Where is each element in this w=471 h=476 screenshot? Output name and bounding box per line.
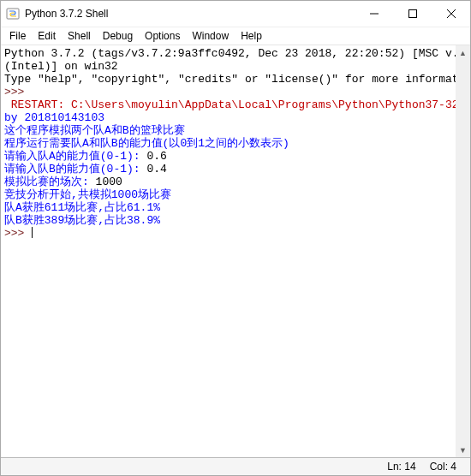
svg-rect-0 bbox=[7, 9, 19, 19]
app-window: Python 3.7.2 Shell File Edit Shell Debug… bbox=[0, 0, 471, 476]
status-ln: Ln: 14 bbox=[380, 461, 422, 473]
by-line: by 201810143103 bbox=[4, 111, 104, 124]
menubar: File Edit Shell Debug Options Window Hel… bbox=[1, 27, 470, 45]
header-line-2: (Intel)] on win32 bbox=[4, 60, 118, 73]
restart-line: RESTART: C:\Users\moyulin\AppData\Local\… bbox=[4, 98, 470, 111]
input-b-line: 请输入队B的能力值(0-1): 0.4 bbox=[4, 163, 167, 176]
need-line: 程序运行需要队A和队B的能力值(以0到1之间的小数表示) bbox=[4, 137, 289, 150]
input-a-line: 请输入队A的能力值(0-1): 0.6 bbox=[4, 150, 167, 163]
svg-rect-2 bbox=[408, 10, 416, 18]
prompt-1: >>> bbox=[4, 86, 31, 98]
menu-options[interactable]: Options bbox=[140, 28, 185, 44]
close-button[interactable] bbox=[432, 1, 470, 27]
menu-debug[interactable]: Debug bbox=[98, 28, 138, 44]
help-line: Type "help", "copyright", "credits" or "… bbox=[4, 73, 470, 86]
input-n-line: 模拟比赛的场次: 1000 bbox=[4, 176, 122, 188]
a-win-line: 队A获胜611场比赛,占比61.1% bbox=[4, 201, 160, 214]
menu-help[interactable]: Help bbox=[236, 28, 267, 44]
prompt-2: >>> bbox=[4, 227, 31, 240]
menu-shell[interactable]: Shell bbox=[63, 28, 96, 44]
window-title: Python 3.7.2 Shell bbox=[25, 8, 108, 20]
start-line: 竞技分析开始,共模拟1000场比赛 bbox=[4, 188, 171, 201]
scroll-up-arrow[interactable]: ▲ bbox=[456, 45, 470, 60]
statusbar: Ln: 14 Col: 4 bbox=[1, 457, 470, 475]
scroll-track[interactable] bbox=[456, 60, 470, 443]
text-cursor bbox=[32, 227, 33, 238]
status-col: Col: 4 bbox=[423, 461, 463, 473]
b-win-line: 队B获胜389场比赛,占比38.9% bbox=[4, 214, 160, 227]
menu-edit[interactable]: Edit bbox=[33, 28, 61, 44]
minimize-button[interactable] bbox=[355, 1, 393, 27]
shell-text: Python 3.7.2 (tags/v3.7.2:9a3ffc0492, De… bbox=[1, 45, 470, 241]
shell-content[interactable]: Python 3.7.2 (tags/v3.7.2:9a3ffc0492, De… bbox=[1, 45, 470, 457]
window-controls bbox=[355, 1, 470, 27]
menu-file[interactable]: File bbox=[4, 28, 31, 44]
python-idle-icon bbox=[6, 7, 20, 21]
header-line-1: Python 3.7.2 (tags/v3.7.2:9a3ffc0492, De… bbox=[4, 47, 470, 60]
menu-window[interactable]: Window bbox=[187, 28, 234, 44]
vertical-scrollbar[interactable]: ▲ ▼ bbox=[456, 45, 470, 457]
maximize-button[interactable] bbox=[393, 1, 432, 27]
intro-line: 这个程序模拟两个队A和B的篮球比赛 bbox=[4, 124, 185, 137]
scroll-down-arrow[interactable]: ▼ bbox=[456, 443, 470, 457]
titlebar: Python 3.7.2 Shell bbox=[1, 1, 470, 27]
